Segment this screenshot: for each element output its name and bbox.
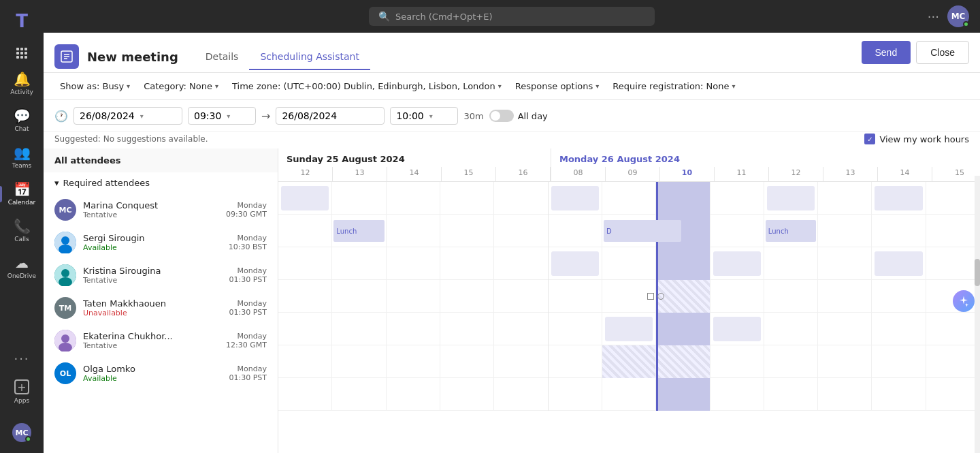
block-sun-12 — [281, 186, 329, 210]
category-picker[interactable]: Category: None ▾ — [138, 78, 224, 94]
sidebar-item-teams[interactable]: 👥 Teams — [3, 140, 41, 174]
hour-09: 09 — [606, 167, 660, 181]
category-label: Category: None — [144, 81, 212, 91]
taten-grid-row — [278, 313, 980, 345]
sidebar-item-onedrive[interactable]: ☁ OneDrive — [3, 251, 41, 285]
ss-block-14 — [875, 251, 922, 276]
work-hours-container[interactable]: ✓ View my work hours — [864, 134, 969, 144]
attendee-day-mc: Monday — [226, 201, 267, 210]
ss-block-08 — [551, 251, 599, 276]
ks-circle-left — [647, 293, 654, 300]
ks-mon-10 — [656, 280, 710, 313]
selected-block — [656, 182, 709, 215]
required-attendees-section[interactable]: ▾ Required attendees — [44, 172, 278, 193]
end-time-value: 10:00 — [396, 110, 423, 121]
work-hours-checkbox[interactable]: ✓ — [864, 134, 875, 144]
topbar-right: ··· MC — [928, 0, 969, 33]
timezone-picker[interactable]: Time zone: (UTC+00:00) Dublin, Edinburgh… — [227, 78, 507, 94]
end-time-input[interactable]: 10:00 ▾ — [390, 107, 458, 125]
ol-mon-12 — [764, 378, 818, 411]
ss-mon-10 — [656, 247, 710, 280]
response-options-label: Response options — [515, 81, 593, 91]
ec-mon-15 — [926, 345, 980, 378]
sidebar-item-chat[interactable]: 💬 Chat — [3, 104, 41, 138]
response-chevron-icon: ▾ — [595, 82, 599, 90]
ec-sun-12 — [278, 345, 332, 378]
meeting-icon — [54, 44, 79, 69]
send-button[interactable]: Send — [862, 41, 911, 64]
registration-picker[interactable]: Require registration: None ▾ — [607, 78, 740, 94]
more-icon: ··· — [14, 352, 29, 366]
cell-mon-08 — [549, 182, 602, 215]
hour-16: 16 — [496, 167, 551, 181]
ss-mon-13 — [818, 247, 872, 280]
online-indicator — [25, 436, 31, 442]
close-button[interactable]: Close — [916, 41, 969, 64]
cell-mon-12 — [764, 182, 818, 215]
tab-scheduling-assistant[interactable]: Scheduling Assistant — [249, 44, 370, 70]
ec-mon-11 — [710, 345, 764, 378]
start-date-input[interactable]: 26/08/2024 ▾ — [74, 107, 182, 125]
monday-group: Monday 26 August 2024 08 09 10 11 12 13 … — [551, 149, 980, 181]
d-event: D — [604, 220, 681, 242]
search-placeholder: Search (Cmd+Opt+E) — [395, 12, 493, 22]
day-headers: Sunday 25 August 2024 12 13 14 15 16 Mon… — [278, 149, 980, 182]
tm-mon-14 — [872, 313, 926, 345]
teams-logo-icon: T — [16, 11, 28, 31]
ol-sun-12 — [278, 378, 332, 411]
attendee-gmt-tm: 01:30 PST — [229, 308, 267, 317]
show-as-picker[interactable]: Show as: Busy ▾ — [54, 78, 135, 94]
chat-icon: 💬 — [14, 109, 31, 123]
more-options-icon[interactable]: ··· — [928, 10, 939, 24]
attendee-status-ks: Tentative — [83, 276, 222, 285]
ec-mon-14 — [872, 345, 926, 378]
ks-sun-12 — [278, 280, 332, 313]
sidebar-item-calls[interactable]: 📞 Calls — [3, 214, 41, 248]
scrollbar-thumb[interactable] — [975, 259, 980, 286]
ol-mon-08 — [549, 378, 602, 411]
sidebar-item-calls-label: Calls — [14, 236, 29, 243]
ol-mon-09 — [602, 378, 656, 411]
ss-mon-09 — [602, 247, 656, 280]
olga-grid-row — [278, 378, 980, 411]
attendee-row-ks: Kristina Sirougina Tentative Monday 01:3… — [44, 259, 278, 292]
end-date-input[interactable]: 26/08/2024 — [276, 107, 385, 125]
search-box[interactable]: 🔍 Search (Cmd+Opt+E) — [369, 7, 655, 26]
topbar-avatar[interactable]: MC — [947, 5, 969, 27]
cell-mon-13 — [818, 182, 872, 215]
cell-sun-16 — [494, 182, 548, 215]
header-actions: Send Close — [862, 41, 970, 72]
sidebar-item-apps[interactable]: + Apps — [3, 374, 41, 409]
ks-sun-15 — [440, 280, 494, 313]
suggestion-row: Suggested: No suggestions available. ✓ V… — [44, 132, 980, 149]
sidebar-item-grid[interactable] — [3, 42, 41, 64]
start-time-value: 09:30 — [194, 110, 221, 121]
start-time-input[interactable]: 09:30 ▾ — [188, 107, 256, 125]
attendee-time-ol: Monday 01:30 PST — [229, 364, 267, 382]
ks-mon-11 — [710, 280, 764, 313]
marina-grid-row: Lunch D Mark Lu — [278, 215, 980, 247]
sidebar-item-activity[interactable]: 🔔 Activity — [3, 67, 41, 101]
ec-mon-12 — [764, 345, 818, 378]
sidebar-item-calendar-label: Calendar — [8, 199, 35, 206]
copilot-button[interactable] — [953, 290, 975, 312]
sidebar-user-avatar[interactable]: MC — [3, 418, 41, 448]
attendee-avatar-ol: OL — [54, 362, 76, 384]
ec-hatched-09 — [602, 345, 655, 378]
scrollbar-track — [975, 176, 980, 453]
calendar-grid-area: Sunday 25 August 2024 12 13 14 15 16 Mon… — [278, 149, 980, 453]
attendee-avatar-ss — [54, 232, 76, 253]
ss-mon-11 — [710, 247, 764, 280]
all-day-toggle[interactable] — [489, 110, 514, 122]
ol-mon-14 — [872, 378, 926, 411]
sidebar-item-calendar[interactable]: 📅 Calendar — [3, 177, 41, 211]
ec-sun-13 — [332, 345, 386, 378]
lunch-event-sun: Lunch — [333, 220, 384, 242]
attendee-gmt-mc: 09:30 GMT — [226, 210, 267, 219]
hour-11: 11 — [715, 167, 769, 181]
sidebar-item-more[interactable]: ··· — [3, 346, 41, 371]
mc-sun-12 — [278, 215, 332, 247]
attendee-info-tm: Taten Makkhaouen Unavailable — [83, 298, 222, 317]
tab-details[interactable]: Details — [195, 44, 250, 70]
response-options-picker[interactable]: Response options ▾ — [510, 78, 604, 94]
